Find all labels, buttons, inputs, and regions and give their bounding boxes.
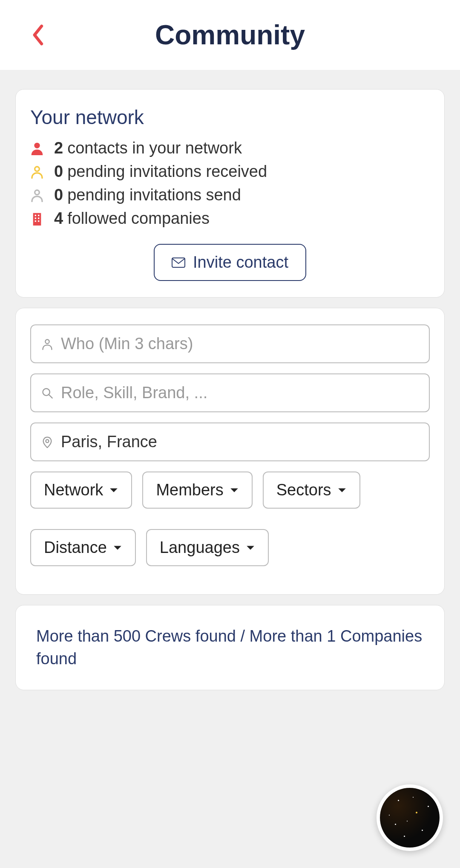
stat-label: followed companies (67, 209, 210, 228)
caret-down-icon (113, 545, 122, 551)
what-input[interactable]: Role, Skill, Brand, ... (30, 373, 430, 412)
person-icon (30, 142, 44, 155)
stat-count: 4 (54, 209, 63, 228)
network-title: Your network (30, 106, 430, 129)
svg-rect-7 (38, 217, 39, 219)
filter-languages[interactable]: Languages (146, 529, 269, 566)
results-text: More than 500 Crews found / More than 1 … (36, 625, 424, 670)
svg-line-13 (49, 394, 52, 398)
filter-label: Languages (160, 538, 240, 557)
person-outline-icon (30, 165, 44, 179)
person-outline-icon (30, 188, 44, 202)
search-icon (41, 387, 53, 399)
svg-point-14 (46, 440, 49, 443)
stat-count: 2 (54, 139, 63, 157)
stat-count: 0 (54, 162, 63, 181)
caret-down-icon (109, 487, 118, 493)
filter-row: Network Members Sectors Distance Languag… (30, 472, 430, 576)
svg-point-2 (35, 190, 40, 195)
filter-distance[interactable]: Distance (30, 529, 136, 566)
building-icon (30, 212, 44, 226)
invite-label: Invite contact (193, 253, 288, 272)
stat-sent[interactable]: 0 pending invitations send (30, 186, 430, 204)
stat-contacts[interactable]: 2 contacts in your network (30, 139, 430, 157)
person-outline-icon (41, 338, 53, 350)
invite-contact-button[interactable]: Invite contact (154, 244, 306, 281)
svg-point-1 (35, 167, 40, 171)
svg-rect-5 (38, 214, 39, 216)
caret-down-icon (246, 545, 255, 551)
filter-label: Network (44, 481, 103, 499)
svg-point-11 (45, 339, 49, 343)
caret-down-icon (230, 487, 239, 493)
results-card: More than 500 Crews found / More than 1 … (15, 605, 445, 690)
chevron-left-icon (31, 24, 44, 46)
stat-received[interactable]: 0 pending invitations received (30, 162, 430, 181)
svg-point-0 (34, 142, 40, 148)
filter-members[interactable]: Members (142, 472, 252, 509)
location-icon (41, 436, 53, 448)
svg-rect-8 (35, 220, 36, 222)
caret-down-icon (337, 487, 347, 493)
stat-label: pending invitations send (67, 186, 241, 204)
stat-companies[interactable]: 4 followed companies (30, 209, 430, 228)
back-button[interactable] (27, 20, 48, 50)
filter-label: Members (156, 481, 223, 499)
filter-label: Sectors (276, 481, 331, 499)
stat-label: contacts in your network (67, 139, 242, 157)
network-card: Your network 2 contacts in your network … (15, 89, 445, 298)
search-card: Who (Min 3 chars) Role, Skill, Brand, ..… (15, 308, 445, 595)
who-input[interactable]: Who (Min 3 chars) (30, 324, 430, 363)
location-input[interactable]: Paris, France (30, 422, 430, 461)
content: Your network 2 contacts in your network … (0, 70, 460, 868)
svg-rect-10 (172, 258, 185, 267)
stat-label: pending invitations received (67, 162, 267, 181)
who-placeholder: Who (Min 3 chars) (61, 335, 193, 353)
svg-rect-6 (35, 217, 36, 219)
chat-fab[interactable] (377, 784, 443, 851)
envelope-icon (172, 258, 185, 268)
svg-rect-3 (33, 213, 41, 225)
svg-rect-4 (35, 214, 36, 216)
what-placeholder: Role, Skill, Brand, ... (61, 384, 207, 402)
page-title: Community (17, 19, 443, 51)
filter-sectors[interactable]: Sectors (263, 472, 360, 509)
header: Community (0, 0, 460, 70)
avatar (380, 788, 440, 848)
stat-count: 0 (54, 186, 63, 204)
filter-network[interactable]: Network (30, 472, 132, 509)
location-value: Paris, France (61, 433, 157, 451)
filter-label: Distance (44, 538, 107, 557)
svg-rect-9 (38, 220, 39, 222)
